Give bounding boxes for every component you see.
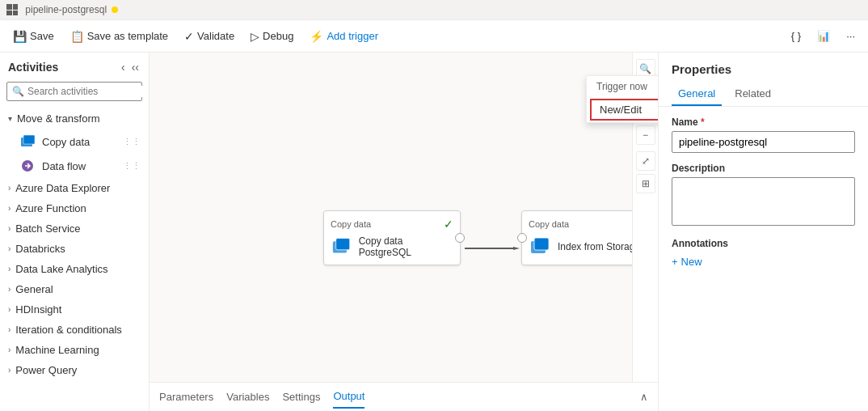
category-label3: Batch Service xyxy=(15,222,80,235)
add-trigger-button[interactable]: ⚡ Add trigger xyxy=(303,27,385,46)
svg-rect-4 xyxy=(336,239,350,250)
svg-marker-6 xyxy=(513,247,520,250)
sidebar-category-iteration[interactable]: › Iteration & conditionals xyxy=(0,320,149,340)
category-label10: Power Query xyxy=(15,364,77,376)
toolbar-right: { } 📊 ··· xyxy=(785,27,862,45)
node-header-1: Copy data ✓ xyxy=(331,218,453,231)
debug-button[interactable]: ▷ Debug xyxy=(244,27,300,46)
drag-handle: ⋮⋮ xyxy=(123,137,141,147)
node-type-2: Copy data xyxy=(529,219,569,229)
save-as-template-button[interactable]: 📋 Save as template xyxy=(64,27,175,46)
data-flow-label: Data flow xyxy=(42,160,86,172)
sidebar-category-machine-learning[interactable]: › Machine Learning xyxy=(0,340,149,360)
copy-data-icon xyxy=(19,133,36,150)
connection-line xyxy=(465,247,529,250)
template-icon: 📋 xyxy=(70,30,84,43)
annotations-section: Annotations + New xyxy=(672,238,855,268)
pipeline-node-1[interactable]: Copy data ✓ Copy data PostgreSQL xyxy=(323,210,461,265)
section-label-move-transform: Move & transform xyxy=(17,112,100,125)
monitor-button[interactable]: 📊 xyxy=(811,27,836,45)
debug-icon: ▷ xyxy=(251,30,259,43)
canvas-area: Trigger now New/Edit Copy data ✓ Copy da… xyxy=(150,53,658,411)
tab-settings[interactable]: Settings xyxy=(282,386,320,408)
tab-name[interactable]: pipeline-postgresql xyxy=(25,4,107,15)
plus-icon: + xyxy=(672,256,678,268)
chevron-icon10: › xyxy=(8,345,11,354)
app-icon xyxy=(6,4,18,15)
node-icon-2 xyxy=(529,235,551,258)
description-input[interactable] xyxy=(672,177,855,226)
node-label-1: Copy data PostgreSQL xyxy=(359,235,453,258)
node-icon-1 xyxy=(331,235,352,258)
sidebar-category-power-query[interactable]: › Power Query xyxy=(0,360,149,380)
description-label: Description xyxy=(672,163,855,174)
section-header-move-transform[interactable]: ▾ Move & transform xyxy=(0,108,149,129)
tab-output[interactable]: Output xyxy=(333,385,364,409)
collapse-bottom-button[interactable]: ∧ xyxy=(640,391,648,403)
more-options-button[interactable]: ··· xyxy=(840,27,862,45)
node-connector-left-2[interactable] xyxy=(517,233,527,243)
category-label6: General xyxy=(15,283,53,295)
arrange-button[interactable]: ⊞ xyxy=(636,174,655,193)
sidebar-category-databricks[interactable]: › Databricks xyxy=(0,239,149,259)
tab-parameters[interactable]: Parameters xyxy=(159,386,213,408)
sidebar-category-azure-function[interactable]: › Azure Function xyxy=(0,198,149,218)
properties-tabs: General Related xyxy=(659,83,868,107)
save-icon: 💾 xyxy=(13,30,27,43)
sidebar-category-azure-data-explorer[interactable]: › Azure Data Explorer xyxy=(0,178,149,198)
properties-body: Name * Description Annotations + New xyxy=(659,107,868,411)
copy-data-label: Copy data xyxy=(42,136,90,148)
zoom-out-button[interactable]: − xyxy=(636,125,655,145)
properties-title: Properties xyxy=(659,53,868,83)
category-label4: Databricks xyxy=(15,243,65,255)
dropdown-new-edit[interactable]: New/Edit xyxy=(590,99,658,121)
tab-dot xyxy=(112,6,118,13)
code-view-button[interactable]: { } xyxy=(785,27,807,45)
sidebar-category-general[interactable]: › General xyxy=(0,279,149,299)
sidebar-category-hdinsight[interactable]: › HDInsight xyxy=(0,299,149,320)
bottom-tabs: Parameters Variables Settings Output ∧ xyxy=(150,382,658,411)
dropdown-menu: Trigger now New/Edit xyxy=(586,75,658,123)
node-connector-right-1[interactable] xyxy=(455,233,465,243)
validate-button[interactable]: ✓ Validate xyxy=(178,27,241,46)
toolbar: 💾 Save 📋 Save as template ✓ Validate ▷ D… xyxy=(0,20,868,53)
save-button[interactable]: 💾 Save xyxy=(6,27,61,46)
collapse-left-button[interactable]: ‹ xyxy=(120,59,127,75)
sidebar-category-data-lake-analytics[interactable]: › Data Lake Analytics xyxy=(0,259,149,279)
main-layout: Activities ‹ ‹‹ 🔍 ▾ Move & transform Cop… xyxy=(0,53,868,411)
trigger-icon: ⚡ xyxy=(310,30,323,43)
chevron-icon2: › xyxy=(8,184,11,193)
sidebar-item-copy-data[interactable]: Copy data ⋮⋮ xyxy=(0,129,149,154)
dropdown-header: Trigger now xyxy=(587,76,658,97)
sidebar-item-data-flow[interactable]: Data flow ⋮⋮ xyxy=(0,154,149,178)
fit-view-button[interactable]: ⤢ xyxy=(636,151,655,171)
tab-variables[interactable]: Variables xyxy=(226,386,269,408)
search-icon: 🔍 xyxy=(12,86,24,97)
name-label: Name * xyxy=(672,117,855,128)
svg-rect-1 xyxy=(23,135,35,144)
sidebar-header-icons: ‹ ‹‹ xyxy=(120,59,141,75)
tab-related[interactable]: Related xyxy=(728,83,777,106)
collapse-all-button[interactable]: ‹‹ xyxy=(130,59,141,75)
category-label8: Iteration & conditionals xyxy=(15,324,122,336)
add-annotation-button[interactable]: + New xyxy=(672,256,702,268)
data-flow-icon xyxy=(19,158,36,174)
drag-handle2: ⋮⋮ xyxy=(123,161,141,172)
sidebar-category-batch-service[interactable]: › Batch Service xyxy=(0,218,149,239)
chevron-icon6: › xyxy=(8,265,11,273)
sidebar: Activities ‹ ‹‹ 🔍 ▾ Move & transform Cop… xyxy=(0,53,150,411)
search-input[interactable] xyxy=(27,86,149,97)
category-label: Azure Data Explorer xyxy=(15,182,110,194)
properties-panel: Properties General Related Name * Descri… xyxy=(658,53,868,411)
pipeline-canvas[interactable]: Copy data ✓ Copy data PostgreSQL xyxy=(150,53,658,382)
node-type-1: Copy data xyxy=(331,219,371,229)
category-label5: Data Lake Analytics xyxy=(15,263,107,275)
name-input[interactable] xyxy=(672,131,855,153)
sidebar-title: Activities xyxy=(8,61,58,74)
tab-general[interactable]: General xyxy=(672,83,722,106)
chevron-icon3: › xyxy=(8,204,11,213)
node-check-1: ✓ xyxy=(444,218,453,231)
search-box: 🔍 xyxy=(6,82,142,101)
chevron-icon: ▾ xyxy=(8,114,12,123)
node-label-2: Index from Storage xyxy=(558,241,640,252)
